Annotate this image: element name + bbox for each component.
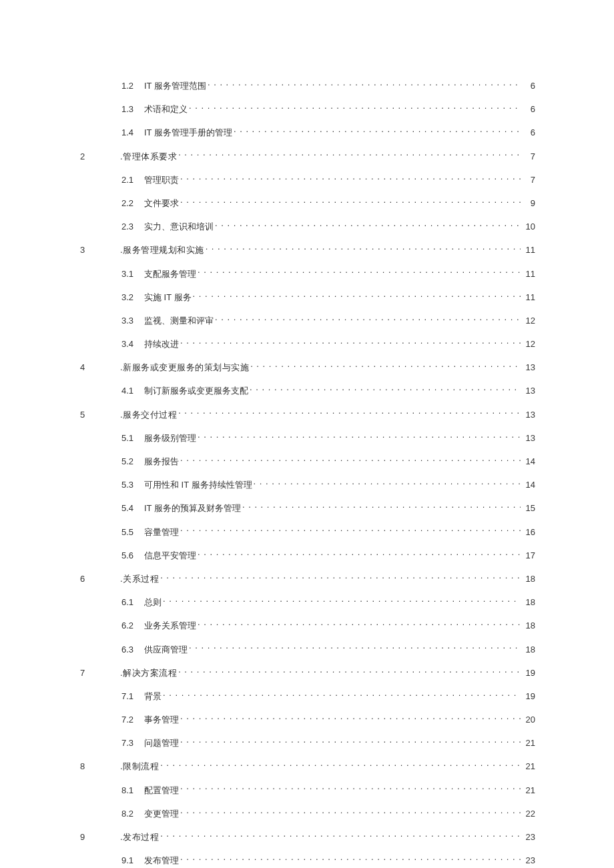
toc-leader — [178, 151, 521, 159]
toc-row: 9.发布过程23 — [79, 831, 535, 843]
toc-subsection-title: 背景 — [144, 691, 163, 703]
toc-row: 1.4IT 服务管理手册的管理6 — [79, 127, 535, 139]
toc-subsection-number: 5.6 — [121, 550, 144, 562]
toc-row: 3.3监视、测量和评审 12 — [79, 315, 535, 327]
toc-page-number: 14 — [521, 456, 535, 468]
toc-page-number: 14 — [521, 479, 535, 491]
toc-page-number: 11 — [521, 292, 535, 304]
toc-page-number: 11 — [521, 244, 535, 256]
toc-leader — [198, 550, 521, 558]
toc-subsection-title: 可用性和 IT 服务持续性管理 — [144, 479, 254, 491]
toc-subsection-title: 服务报告 — [144, 456, 180, 468]
toc-row: 8.2变更管理 22 — [79, 808, 535, 820]
toc-section-title: .发布过程 — [120, 831, 160, 843]
toc-row: 6.2业务关系管理 18 — [79, 620, 535, 632]
toc-row: 2.3实力、意识和培训 10 — [79, 221, 535, 233]
toc-page-number: 11 — [521, 268, 535, 280]
toc-leader — [180, 456, 521, 464]
toc-subsection-number: 8.2 — [121, 808, 144, 820]
toc-subsection-number: 2.1 — [121, 174, 144, 186]
toc-page-number: 21 — [521, 761, 535, 773]
toc-row: 6.关系过程18 — [79, 573, 535, 585]
toc-page-number: 21 — [521, 785, 535, 797]
toc-leader — [180, 174, 521, 183]
toc-subsection-number: 5.5 — [121, 526, 144, 538]
toc-subsection-title: IT 服务管理手册的管理 — [144, 127, 234, 139]
toc-row: 2.1管理职责7 — [79, 174, 535, 186]
table-of-contents: 1.2IT 服务管理范围61.3术语和定义61.4IT 服务管理手册的管理62.… — [0, 0, 614, 868]
toc-section-number: 4 — [79, 362, 120, 374]
toc-subsection-number: 2.2 — [121, 197, 144, 209]
toc-leader — [215, 221, 521, 230]
toc-page-number: 19 — [521, 691, 535, 703]
toc-leader — [250, 385, 521, 394]
toc-subsection-number: 3.2 — [121, 292, 144, 304]
toc-subsection-title: 文件要求 — [144, 197, 180, 209]
toc-row: 9.1发布管理23 — [79, 855, 535, 867]
toc-subsection-number: 5.3 — [121, 479, 144, 491]
toc-leader — [193, 292, 521, 300]
toc-section-number: 5 — [79, 409, 120, 421]
toc-page-number: 15 — [521, 502, 535, 514]
toc-page-number: 7 — [521, 151, 535, 163]
toc-subsection-title: 总则 — [144, 596, 163, 608]
toc-page-number: 13 — [521, 409, 535, 421]
toc-subsection-number: 7.3 — [121, 737, 144, 749]
toc-row: 7.2事务管理 20 — [79, 714, 535, 726]
toc-subsection-number: 4.1 — [121, 385, 144, 397]
toc-subsection-number: 1.2 — [121, 80, 144, 92]
toc-page-number: 18 — [521, 573, 535, 585]
toc-section-title: .新服务或变更服务的策划与实施 — [120, 362, 250, 374]
toc-leader — [242, 502, 521, 511]
toc-page-number: 6 — [521, 127, 535, 139]
toc-subsection-title: IT 服务管理范围 — [144, 80, 208, 92]
toc-page-number: 23 — [521, 855, 535, 867]
toc-row: 4.1制订新服务或变更服务支配13 — [79, 385, 535, 397]
toc-row: 2.2文件要求 9 — [79, 197, 535, 209]
toc-subsection-title: 发布管理 — [144, 855, 180, 867]
toc-row: 6.3供应商管理 18 — [79, 644, 535, 656]
toc-page-number: 18 — [521, 644, 535, 656]
toc-page-number: 18 — [521, 620, 535, 632]
toc-subsection-title: 管理职责 — [144, 174, 180, 186]
toc-leader — [189, 644, 521, 653]
toc-leader — [163, 596, 521, 605]
toc-subsection-title: 服务级别管理 — [144, 432, 198, 444]
toc-subsection-title: 实力、意识和培训 — [144, 221, 215, 233]
toc-subsection-number: 3.1 — [121, 268, 144, 280]
toc-subsection-number: 7.2 — [121, 714, 144, 726]
toc-subsection-title: 支配服务管理 — [144, 268, 198, 280]
toc-page-number: 19 — [521, 667, 535, 679]
toc-row: 3.2实施 IT 服务 11 — [79, 292, 535, 304]
toc-subsection-title: 实施 IT 服务 — [144, 292, 193, 304]
toc-page-number: 20 — [521, 714, 535, 726]
toc-leader — [234, 127, 521, 135]
toc-leader — [163, 691, 521, 699]
toc-row: 3.4持续改进 12 — [79, 338, 535, 350]
toc-section-title: .解决方案流程 — [120, 667, 178, 679]
toc-section-title: .限制流程 — [120, 761, 160, 773]
toc-row: 5.4IT 服务的预算及财务管理 15 — [79, 502, 535, 514]
toc-section-title: .服务交付过程 — [120, 409, 178, 421]
toc-section-number: 2 — [79, 151, 120, 163]
toc-leader — [160, 831, 521, 840]
toc-section-title: .管理体系要求 — [120, 151, 178, 163]
toc-subsection-number: 6.3 — [121, 644, 144, 656]
toc-subsection-number: 3.3 — [121, 315, 144, 327]
toc-leader — [160, 573, 521, 582]
toc-subsection-number: 5.4 — [121, 502, 144, 514]
toc-leader — [180, 526, 521, 535]
toc-subsection-number: 9.1 — [121, 855, 144, 867]
toc-row: 5.2服务报告 14 — [79, 456, 535, 468]
toc-page-number: 23 — [521, 831, 535, 843]
toc-row: 3.1支配服务管理11 — [79, 268, 535, 280]
toc-row: 5.1服务级别管理13 — [79, 432, 535, 444]
toc-page-number: 13 — [521, 362, 535, 374]
toc-subsection-title: 事务管理 — [144, 714, 180, 726]
toc-row: 5.6信息平安管理 17 — [79, 550, 535, 562]
toc-leader — [180, 338, 521, 347]
toc-page-number: 9 — [521, 197, 535, 209]
toc-row: 7.解决方案流程19 — [79, 667, 535, 679]
toc-leader — [160, 761, 521, 769]
toc-subsection-number: 5.2 — [121, 456, 144, 468]
